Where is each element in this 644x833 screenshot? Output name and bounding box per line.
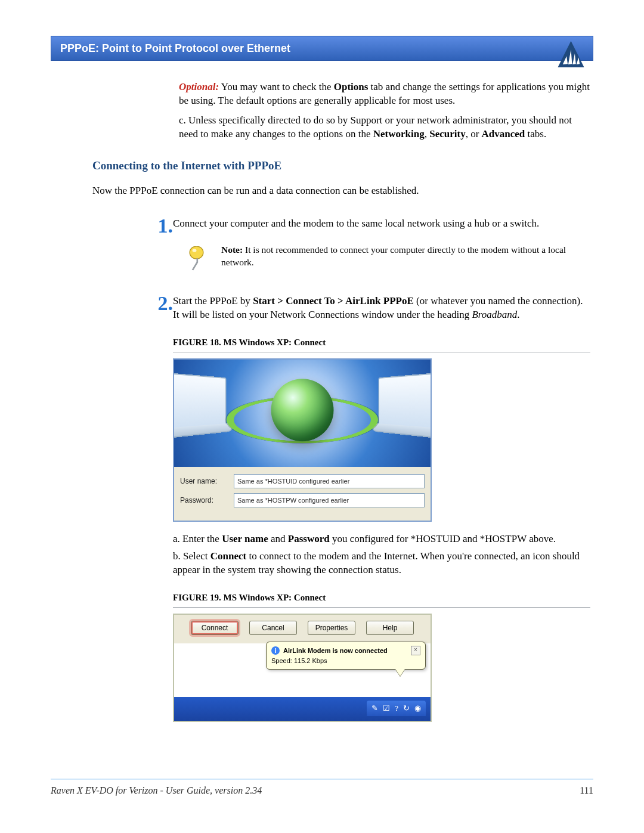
svg-point-1 bbox=[193, 249, 197, 252]
optional-text: You may want to check the bbox=[219, 81, 334, 92]
username-bold: User name bbox=[222, 533, 268, 544]
note-text: It is not recommended to connect your co… bbox=[221, 244, 566, 267]
figure-18-caption: FIGURE 18. MS Windows XP: Connect bbox=[173, 336, 590, 352]
username-label: User name: bbox=[180, 476, 234, 486]
advanced-bold: Advanced bbox=[482, 128, 525, 140]
section-heading: Connecting to the Internet with PPPoE bbox=[92, 158, 590, 174]
connection-balloon: i AirLink Modem is now connected × Speed… bbox=[266, 642, 426, 670]
pushpin-icon bbox=[186, 246, 207, 270]
tray-icon[interactable]: ↻ bbox=[403, 703, 410, 714]
broadband-italic: Broadband bbox=[472, 309, 517, 320]
step-1: Connect your computer and the modem to t… bbox=[173, 217, 590, 270]
note-label: Note: bbox=[221, 244, 243, 255]
help-button[interactable]: Help bbox=[366, 621, 414, 635]
figure-19: Connect Cancel Properties Help i AirLink… bbox=[173, 614, 432, 722]
tray-icon[interactable]: ? bbox=[395, 703, 398, 714]
step-number-2: 2. bbox=[140, 292, 173, 315]
connect-bold: Connect bbox=[210, 550, 246, 562]
username-input[interactable]: Same as *HOSTUID configured earlier bbox=[234, 474, 425, 488]
header-bar: PPPoE: Point to Point Protocol over Ethe… bbox=[51, 36, 593, 61]
balloon-close-button[interactable]: × bbox=[411, 646, 420, 655]
menu-path: Start > Connect To > AirLink PPPoE bbox=[253, 295, 414, 306]
password-label: Password: bbox=[180, 496, 234, 505]
taskbar: ✎ ☑ ? ↻ ◉ bbox=[174, 697, 431, 721]
footer-title: Raven X EV-DO for Verizon - User Guide, … bbox=[51, 785, 262, 796]
connect-button[interactable]: Connect bbox=[191, 621, 239, 635]
balloon-speed: Speed: 115.2 Kbps bbox=[271, 657, 420, 664]
options-bold: Options bbox=[334, 81, 369, 92]
page-number: 111 bbox=[580, 785, 593, 796]
security-bold: Security bbox=[429, 128, 465, 140]
tray-icon[interactable]: ✎ bbox=[371, 703, 378, 714]
figure-19-caption: FIGURE 19. MS Windows XP: Connect bbox=[173, 592, 590, 608]
brand-logo bbox=[555, 39, 587, 72]
info-icon: i bbox=[271, 646, 280, 655]
optional-label: Optional: bbox=[179, 81, 219, 92]
step-2: Start the PPPoE by Start > Connect To > … bbox=[173, 295, 590, 722]
step-number-1: 1. bbox=[140, 215, 173, 237]
system-tray[interactable]: ✎ ☑ ? ↻ ◉ bbox=[367, 701, 426, 716]
svg-point-0 bbox=[190, 246, 203, 259]
step1-text: Connect your computer and the modem to t… bbox=[173, 217, 590, 231]
laptop-right-icon bbox=[379, 372, 431, 431]
page-footer: Raven X EV-DO for Verizon - User Guide, … bbox=[51, 779, 593, 796]
tray-icon[interactable]: ☑ bbox=[383, 703, 390, 714]
header-title: PPPoE: Point to Point Protocol over Ethe… bbox=[60, 42, 290, 55]
password-bold: Password bbox=[288, 533, 330, 544]
section-intro: Now the PPPoE connection can be run and … bbox=[92, 184, 590, 198]
properties-button[interactable]: Properties bbox=[308, 621, 355, 635]
laptop-left-icon bbox=[174, 372, 226, 431]
tray-icon[interactable]: ◉ bbox=[414, 703, 421, 714]
networking-bold: Networking bbox=[373, 128, 425, 140]
password-input[interactable]: Same as *HOSTPW configured earlier bbox=[234, 493, 425, 507]
cancel-button[interactable]: Cancel bbox=[249, 621, 297, 635]
connect-banner-image bbox=[174, 360, 431, 467]
figure-18: User name: Same as *HOSTUID configured e… bbox=[173, 358, 432, 522]
balloon-title: AirLink Modem is now connected bbox=[283, 647, 388, 654]
globe-icon bbox=[271, 379, 334, 441]
intro-block: Optional: You may want to check the Opti… bbox=[179, 80, 590, 141]
